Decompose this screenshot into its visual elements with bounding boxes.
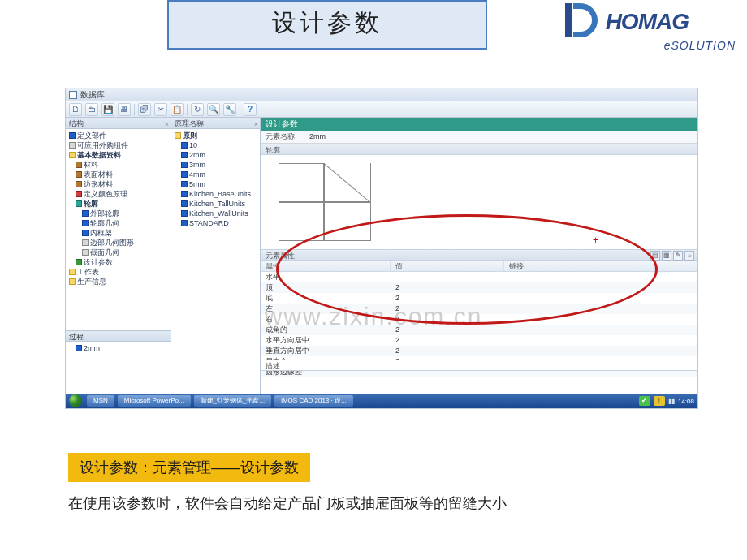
tree-node[interactable]: 轮廓几何 (67, 218, 171, 228)
brand-logo: HOMAG eSOLUTION (563, 0, 736, 52)
node-icon (76, 162, 82, 168)
table-row[interactable]: 水平 (261, 272, 697, 282)
toolbar-btn-refresh[interactable]: ↻ (191, 103, 204, 116)
footer-highlight: 设计参数：元素管理——设计参数 (68, 453, 310, 482)
th-value[interactable]: 值 (391, 261, 504, 271)
tree-node[interactable]: 生产信息 (67, 277, 171, 286)
node-icon (76, 191, 82, 197)
node-icon (69, 278, 76, 285)
principle-item[interactable]: Kitchen_WallUnits (173, 209, 260, 218)
tree-node[interactable]: 可应用外购组件 (67, 140, 171, 150)
toolbar-btn-paste[interactable]: 📋 (171, 103, 184, 116)
item-icon (181, 171, 188, 178)
prop-btn-3[interactable]: ✎ (673, 251, 683, 261)
tree-node[interactable]: 内框架 (67, 228, 171, 238)
footer-body: 在使用该参数时，软件会自动给定产品门板或抽屉面板等的留缝大小 (68, 493, 708, 513)
property-table[interactable]: 水平顶2底2左2右2成角的2水平方向居中2垂直方向居中2居中心2圆形边缘差 (261, 272, 697, 360)
th-link[interactable]: 链接 (504, 261, 697, 271)
start-button[interactable] (69, 394, 82, 407)
tree-node[interactable]: 材料 (67, 160, 171, 170)
tree-node[interactable]: 边形材料 (67, 179, 171, 189)
principle-item[interactable]: 4mm (173, 170, 260, 179)
element-name-value[interactable]: 2mm (309, 132, 697, 140)
toolbar-btn-print[interactable]: 🖶 (118, 103, 131, 116)
prop-btn-4[interactable]: ⌕ (684, 251, 694, 261)
principle-item[interactable]: 3mm (173, 160, 260, 170)
doc-icon (69, 91, 77, 99)
tree-node[interactable]: 轮廓 (67, 199, 171, 209)
node-icon (69, 142, 76, 149)
toolbar-btn-new[interactable]: 🗋 (69, 103, 82, 116)
toolbar-btn-open[interactable]: 🗀 (85, 103, 98, 116)
item-icon (181, 200, 188, 207)
th-attr[interactable]: 属性 (261, 261, 391, 271)
toolbar-btn-cut[interactable]: ✂ (154, 103, 167, 116)
tree-node[interactable]: 定义部件 (67, 131, 171, 140)
taskbar-item[interactable]: 新建_灯笼钢体_光盘... (194, 395, 272, 407)
app-window: 数据库 🗋 🗀 💾 🖶 🗐 ✂ 📋 ↻ 🔍 🔧 ? 结构× 定义部件可应用外购组… (65, 88, 698, 409)
node-icon (76, 181, 82, 187)
node-icon (69, 132, 76, 139)
table-row[interactable]: 顶2 (261, 282, 697, 293)
toolbar-btn-copy[interactable]: 🗐 (138, 103, 151, 116)
principle-tree[interactable]: 原则 102mm3mm4mm5mmKitchen_BaseUnitsKitche… (171, 129, 260, 230)
principle-item[interactable]: 2mm (173, 150, 260, 160)
history-item[interactable]: 2mm (67, 343, 171, 353)
tree-node[interactable]: 定义颜色原理 (67, 189, 171, 199)
prop-btn-1[interactable]: ▤ (650, 251, 660, 261)
item-icon (181, 220, 188, 226)
table-row[interactable]: 成角的2 (261, 325, 697, 335)
panel-left-header: 结构× (66, 118, 171, 129)
item-icon (76, 345, 82, 351)
table-row[interactable]: 左2 (261, 304, 697, 314)
brand-sub: eSOLUTION (664, 39, 736, 52)
folder-icon (175, 132, 181, 139)
principle-item[interactable]: STANDARD (173, 218, 260, 228)
node-icon (69, 152, 76, 158)
node-icon (82, 239, 89, 246)
tree-node[interactable]: 截面几何 (67, 248, 171, 257)
table-header: 属性 值 链接 (261, 261, 697, 272)
panel-mid-header: 原理名称× (171, 118, 260, 129)
tree-node[interactable]: 工作表 (67, 267, 171, 277)
panel-mid: 原理名称× 原则 102mm3mm4mm5mmKitchen_BaseUnits… (171, 118, 261, 394)
principle-item[interactable]: Kitchen_BaseUnits (173, 189, 260, 199)
panel-left: 结构× 定义部件可应用外购组件基本数据资料材料表面材料边形材料定义颜色原理轮廓外… (66, 118, 171, 394)
principle-item[interactable]: Kitchen_TallUnits (173, 199, 260, 209)
tray-ok-icon[interactable]: ✔ (639, 396, 650, 406)
toolbar: 🗋 🗀 💾 🖶 🗐 ✂ 📋 ↻ 🔍 🔧 ? (66, 101, 697, 118)
toolbar-btn-settings[interactable]: 🔧 (223, 103, 236, 116)
item-icon (181, 142, 188, 149)
tree-node[interactable]: 表面材料 (67, 170, 171, 179)
tree-node[interactable]: 基本数据资料 (67, 150, 171, 160)
toolbar-btn-search[interactable]: 🔍 (207, 103, 220, 116)
table-row[interactable]: 水平方向居中2 (261, 335, 697, 346)
toolbar-btn-save[interactable]: 💾 (101, 103, 114, 116)
tree-node[interactable]: 设计参数 (67, 257, 171, 267)
toolbar-btn-help[interactable]: ? (244, 103, 257, 116)
close-icon[interactable]: × (254, 118, 258, 130)
tray-warn-icon[interactable]: ! (654, 396, 665, 406)
table-row[interactable]: 右2 (261, 314, 697, 325)
shape-diagram (279, 163, 371, 241)
item-icon (181, 191, 188, 197)
structure-tree[interactable]: 定义部件可应用外购组件基本数据资料材料表面材料边形材料定义颜色原理轮廓外部轮廓轮… (66, 129, 171, 288)
tree-node[interactable]: 外部轮廓 (67, 209, 171, 218)
section-elprops: 元素属性 ▤ ▦ ✎ ⌕ (261, 249, 697, 261)
principle-item[interactable]: 10 (173, 140, 260, 150)
tray-clock: 14:08 (678, 398, 694, 405)
prop-btn-2[interactable]: ▦ (662, 251, 671, 261)
taskbar-item[interactable]: Microsoft PowerPo... (118, 395, 191, 407)
close-icon[interactable]: × (165, 118, 169, 130)
principle-root[interactable]: 原则 (173, 131, 260, 140)
node-icon (69, 269, 76, 275)
taskbar-item[interactable]: MSN (87, 395, 114, 407)
node-icon (76, 171, 82, 178)
taskbar-item[interactable]: iMOS CAD 2013 · 设... (274, 395, 352, 407)
node-icon (76, 259, 82, 265)
principle-item[interactable]: 5mm (173, 179, 260, 189)
tree-node[interactable]: 边部几何图形 (67, 238, 171, 248)
table-row[interactable]: 垂直方向居中2 (261, 346, 697, 356)
tray-net-icon[interactable]: ▮▮ (668, 398, 675, 405)
table-row[interactable]: 底2 (261, 293, 697, 304)
